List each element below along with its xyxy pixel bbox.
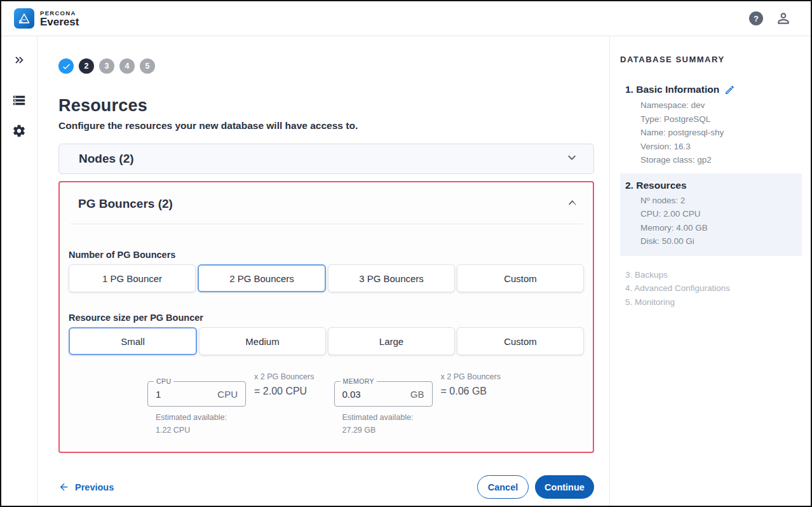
app-window: PERCONA Everest ? <box>0 0 812 507</box>
continue-button[interactable]: Continue <box>535 475 594 499</box>
summary-item: CPU: 2.00 CPU <box>640 207 797 221</box>
summary-title: DATABASE SUMMARY <box>620 55 802 64</box>
brand-everest: Everest <box>40 17 79 28</box>
check-icon <box>62 62 71 71</box>
memory-field-label: MEMORY <box>341 377 377 385</box>
cpu-estimated-value: 1.22 CPU <box>147 426 246 435</box>
app-header: PERCONA Everest ? <box>1 1 811 36</box>
toggle-2-pg-bouncers[interactable]: 2 PG Bouncers <box>198 264 326 292</box>
summary-item: Version: 16.3 <box>640 140 802 154</box>
memory-group: MEMORY GB Estimated available: 27.29 GB … <box>334 372 501 435</box>
step-4: 4 <box>119 58 135 74</box>
count-toggle-group: 1 PG Bouncer 2 PG Bouncers 3 PG Bouncers… <box>69 264 584 292</box>
chevron-down-icon[interactable] <box>564 150 579 168</box>
pg-bouncers-section: PG Bouncers (2) Number of PG Bouncers 1 … <box>58 181 594 453</box>
pg-bouncers-accordion-label: PG Bouncers (2) <box>78 197 173 211</box>
cpu-total: = 2.00 CPU <box>254 386 315 397</box>
previous-label: Previous <box>75 482 114 492</box>
toggle-size-large[interactable]: Large <box>328 327 455 355</box>
summary-item: Nº nodes: 2 <box>640 194 797 208</box>
brand-percona: PERCONA <box>40 10 79 17</box>
memory-multiplier: x 2 PG Bouncers <box>441 372 501 381</box>
wizard-footer: Previous Cancel Continue <box>58 475 594 499</box>
cpu-input-wrapper: CPU CPU <box>147 381 246 407</box>
pg-bouncers-accordion-header[interactable]: PG Bouncers (2) <box>60 182 593 213</box>
memory-estimated-label: Estimated available: <box>334 413 433 422</box>
summary-item: Storage class: gp2 <box>640 153 802 167</box>
summary-pending-steps: 3. Backups 4. Advanced Configurations 5.… <box>620 268 802 309</box>
nodes-accordion-header[interactable]: Nodes (2) <box>58 144 594 174</box>
cpu-group: CPU CPU Estimated available: 1.22 CPU x … <box>147 372 315 435</box>
left-nav-rail <box>1 36 37 506</box>
percona-logo-icon <box>14 8 34 29</box>
previous-button[interactable]: Previous <box>58 482 114 492</box>
cpu-input[interactable] <box>148 389 204 400</box>
memory-unit: GB <box>410 389 432 400</box>
divider <box>70 224 583 224</box>
arrow-back-icon <box>58 482 69 492</box>
summary-item: Namespace: dev <box>640 98 802 112</box>
database-summary-sidebar: DATABASE SUMMARY 1. Basic Information Na… <box>609 36 811 506</box>
memory-calc: x 2 PG Bouncers = 0.06 GB <box>441 372 501 397</box>
brand-text: PERCONA Everest <box>40 10 79 28</box>
toggle-3-pg-bouncers[interactable]: 3 PG Bouncers <box>328 264 455 292</box>
summary-item: Memory: 4.00 GB <box>640 221 797 235</box>
cpu-calc: x 2 PG Bouncers = 2.00 CPU <box>254 372 315 397</box>
cancel-button[interactable]: Cancel <box>477 475 529 499</box>
body: 2 3 4 5 Resources Configure the resource… <box>1 36 811 506</box>
settings-gear-icon[interactable] <box>12 124 26 138</box>
memory-total: = 0.06 GB <box>441 386 501 397</box>
summary-basic-information: 1. Basic Information Namespace: dev Type… <box>620 84 802 167</box>
memory-input-wrapper: MEMORY GB <box>334 381 433 407</box>
memory-input[interactable] <box>335 389 391 400</box>
count-group-label: Number of PG Bouncers <box>69 250 584 260</box>
pending-step-backups: 3. Backups <box>620 268 802 282</box>
page-title: Resources <box>58 96 594 116</box>
expand-sidebar-icon[interactable] <box>13 53 26 67</box>
summary-item: Disk: 50.00 Gi <box>640 234 797 248</box>
databases-nav-icon[interactable] <box>12 93 26 107</box>
chevron-up-icon[interactable] <box>565 195 580 213</box>
memory-estimated-value: 27.29 GB <box>334 426 433 435</box>
toggle-count-custom[interactable]: Custom <box>457 264 584 292</box>
toggle-size-custom[interactable]: Custom <box>457 327 584 355</box>
edit-pencil-icon[interactable] <box>724 84 735 95</box>
help-icon[interactable]: ? <box>749 11 763 25</box>
cpu-field-label: CPU <box>154 377 173 385</box>
nodes-accordion-label: Nodes (2) <box>79 152 134 166</box>
step-5: 5 <box>140 58 155 74</box>
cpu-unit: CPU <box>217 389 245 400</box>
toggle-size-small[interactable]: Small <box>69 327 197 355</box>
size-group-label: Resource size per PG Bouncer <box>69 313 584 323</box>
toggle-size-medium[interactable]: Medium <box>199 327 326 355</box>
toggle-1-pg-bouncer[interactable]: 1 PG Bouncer <box>69 264 196 292</box>
step-3: 3 <box>99 58 114 74</box>
cpu-estimated-label: Estimated available: <box>147 413 246 422</box>
wizard-main: 2 3 4 5 Resources Configure the resource… <box>37 36 609 506</box>
pending-step-monitoring: 5. Monitoring <box>620 295 802 309</box>
step-2-active: 2 <box>79 58 94 74</box>
step-1-done <box>58 58 74 74</box>
resources-summary-title: 2. Resources <box>625 180 687 191</box>
summary-item: Name: postgresql-shy <box>640 126 802 140</box>
pending-step-advanced-configurations: 4. Advanced Configurations <box>620 281 802 295</box>
size-toggle-group: Small Medium Large Custom <box>69 327 584 355</box>
stepper: 2 3 4 5 <box>58 58 594 74</box>
basic-information-title: 1. Basic Information <box>625 84 719 95</box>
resource-inputs-row: CPU CPU Estimated available: 1.22 CPU x … <box>147 372 584 435</box>
cpu-multiplier: x 2 PG Bouncers <box>254 372 315 381</box>
page-subtitle: Configure the resources your new databas… <box>58 120 594 132</box>
account-icon[interactable] <box>775 10 792 27</box>
summary-resources-highlight: 2. Resources Nº nodes: 2 CPU: 2.00 CPU M… <box>620 173 802 256</box>
summary-item: Type: PostgreSQL <box>640 112 802 126</box>
